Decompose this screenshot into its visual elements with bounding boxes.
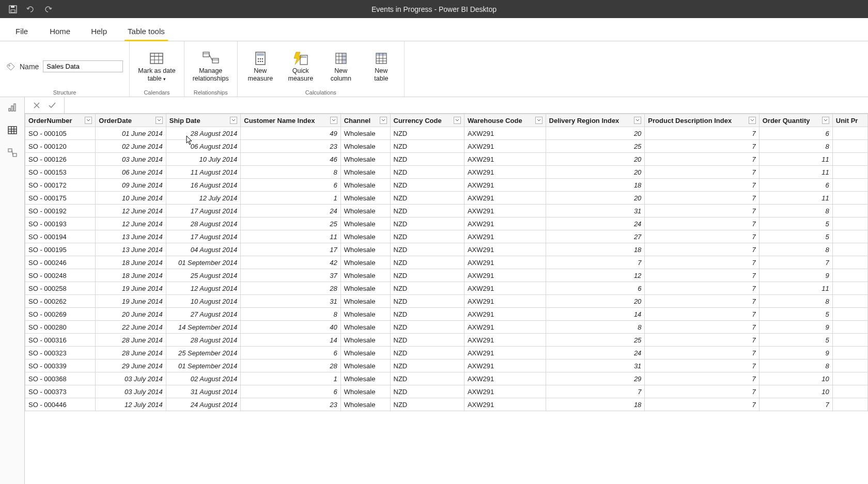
table-cell[interactable]: AXW291 [464,295,546,308]
column-filter-dropdown-icon[interactable] [330,117,337,124]
table-cell[interactable]: 5 [759,334,832,347]
model-view-icon[interactable] [6,147,19,159]
table-cell[interactable]: 24 August 2014 [166,398,241,411]
table-cell[interactable]: 06 August 2014 [166,140,241,153]
table-cell[interactable]: 11 [759,282,832,295]
table-cell[interactable]: Wholesale [340,321,390,334]
table-name-input[interactable] [43,60,123,72]
undo-icon[interactable] [26,5,35,14]
table-cell[interactable]: NZD [390,334,464,347]
column-header[interactable]: Warehouse Code [464,114,546,127]
table-cell[interactable]: 11 August 2014 [166,166,241,179]
table-cell[interactable]: SO - 000262 [25,295,96,308]
table-cell[interactable]: 28 [241,360,340,372]
column-filter-dropdown-icon[interactable] [749,117,756,124]
column-header[interactable]: Currency Code [390,114,464,127]
table-cell[interactable]: NZD [390,256,464,269]
table-cell[interactable]: AXW291 [464,217,546,230]
table-cell[interactable]: 25 [241,217,340,230]
column-filter-dropdown-icon[interactable] [230,117,237,124]
table-cell[interactable]: 7 [645,347,759,360]
table-cell[interactable]: 20 [546,127,645,140]
new-column-button[interactable]: Newcolumn [324,49,358,85]
table-cell[interactable]: Wholesale [340,153,390,166]
table-cell[interactable]: 6 [759,127,832,140]
column-header[interactable]: Ship Date [166,114,241,127]
tab-file[interactable]: File [11,22,32,41]
table-cell[interactable]: AXW291 [464,153,546,166]
table-cell[interactable]: AXW291 [464,205,546,217]
column-filter-dropdown-icon[interactable] [380,117,387,124]
table-cell[interactable]: AXW291 [464,269,546,282]
table-cell[interactable]: 19 June 2014 [96,282,166,295]
table-cell[interactable]: 7 [645,230,759,243]
table-cell[interactable]: 7 [645,153,759,166]
table-cell[interactable] [832,140,867,153]
new-table-button[interactable]: Newtable [365,49,398,85]
table-cell[interactable]: 03 July 2014 [96,385,166,398]
column-filter-dropdown-icon[interactable] [156,117,163,124]
table-row[interactable]: SO - 00019312 June 201428 August 201425W… [25,217,868,230]
table-cell[interactable]: 10 [759,372,832,385]
table-row[interactable]: SO - 00019212 June 201417 August 201424W… [25,205,868,217]
table-cell[interactable]: 03 June 2014 [96,153,166,166]
table-cell[interactable]: 42 [241,256,340,269]
table-cell[interactable]: 10 [759,385,832,398]
table-cell[interactable]: 20 [546,192,645,205]
table-cell[interactable]: 7 [645,282,759,295]
table-cell[interactable]: 09 June 2014 [96,179,166,192]
table-cell[interactable]: SO - 000373 [25,385,96,398]
table-row[interactable]: SO - 00032328 June 201425 September 2014… [25,347,868,360]
table-cell[interactable]: 18 [546,179,645,192]
table-cell[interactable]: 5 [759,308,832,321]
table-cell[interactable]: 25 August 2014 [166,269,241,282]
table-cell[interactable]: Wholesale [340,385,390,398]
tab-home[interactable]: Home [47,22,73,41]
table-cell[interactable]: 7 [645,269,759,282]
table-cell[interactable]: 01 September 2014 [166,360,241,372]
table-cell[interactable]: NZD [390,308,464,321]
table-cell[interactable]: 7 [645,256,759,269]
table-cell[interactable]: 6 [241,347,340,360]
table-cell[interactable]: 12 [546,269,645,282]
table-cell[interactable]: 7 [546,256,645,269]
table-cell[interactable]: NZD [390,243,464,256]
data-view-icon[interactable] [6,124,19,136]
table-cell[interactable]: SO - 000194 [25,230,96,243]
table-cell[interactable]: SO - 000316 [25,334,96,347]
table-cell[interactable]: 31 [546,360,645,372]
table-cell[interactable]: NZD [390,385,464,398]
table-cell[interactable]: 24 [546,347,645,360]
column-filter-dropdown-icon[interactable] [85,117,92,124]
table-cell[interactable]: 8 [759,360,832,372]
table-cell[interactable] [832,230,867,243]
table-cell[interactable]: 6 [546,282,645,295]
table-cell[interactable]: NZD [390,153,464,166]
table-cell[interactable]: AXW291 [464,282,546,295]
table-cell[interactable]: SO - 000323 [25,347,96,360]
table-cell[interactable]: 17 August 2014 [166,205,241,217]
table-cell[interactable]: 11 [759,166,832,179]
table-cell[interactable]: 5 [759,217,832,230]
table-cell[interactable]: 01 September 2014 [166,256,241,269]
table-row[interactable]: SO - 00010501 June 201428 August 201449W… [25,127,868,140]
column-header[interactable]: Delivery Region Index [546,114,645,127]
table-cell[interactable]: Wholesale [340,179,390,192]
table-row[interactable]: SO - 00031628 June 201428 August 201414W… [25,334,868,347]
table-cell[interactable]: Wholesale [340,127,390,140]
table-cell[interactable]: AXW291 [464,256,546,269]
table-cell[interactable] [832,179,867,192]
table-cell[interactable]: 7 [645,398,759,411]
table-cell[interactable]: 16 August 2014 [166,179,241,192]
table-cell[interactable]: Wholesale [340,166,390,179]
table-cell[interactable]: SO - 000269 [25,308,96,321]
table-cell[interactable]: Wholesale [340,347,390,360]
table-cell[interactable]: 9 [759,347,832,360]
table-cell[interactable]: 8 [759,295,832,308]
formula-input[interactable] [64,97,868,113]
table-cell[interactable]: 06 June 2014 [96,166,166,179]
table-cell[interactable]: 7 [759,398,832,411]
table-cell[interactable]: NZD [390,179,464,192]
data-table-wrap[interactable]: OrderNumberOrderDateShip DateCustomer Na… [25,114,868,484]
table-cell[interactable]: 8 [759,205,832,217]
